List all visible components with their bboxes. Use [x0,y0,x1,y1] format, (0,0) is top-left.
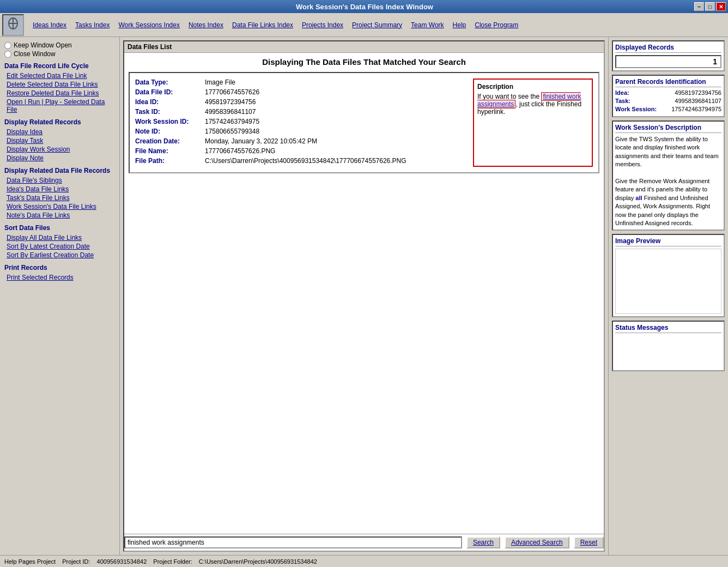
statusbar: Help Pages Project Project ID: 400956931… [0,555,728,567]
work-session-desc-text: Give the TWS System the ability to locat… [615,135,721,227]
status-project: Help Pages Project [4,558,56,565]
parent-task-label: Task: [615,98,630,104]
window-mode-group: Keep Window Open Close Window [4,41,115,58]
note-id-row: Note ID: 175806655799348 [135,128,464,135]
close-window-radio[interactable]: Close Window [4,50,115,58]
parent-task-row: Task: 49958396841107 [615,98,721,104]
image-preview-box [615,249,721,314]
data-file-id-value: 177706674557626 [205,88,259,96]
sidebar: Keep Window Open Close Window Data File … [0,37,120,555]
description-content: If you want to see the finished work ass… [477,93,589,116]
search-button[interactable]: Search [466,536,500,548]
image-preview-title: Image Preview [615,237,721,246]
list-title: Data Files List [124,41,604,53]
idea-id-value: 49581972394756 [205,98,256,106]
menu-team-work[interactable]: Team Work [407,20,448,30]
status-project-folder-label: Project Folder: [153,558,192,565]
data-type-label: Data Type: [135,79,201,86]
menu-notes-index[interactable]: Notes Index [184,20,228,30]
description-text-before: If you want to see the [477,93,541,100]
app-logo [2,14,24,36]
list-heading: Displaying The Data Files That Matched Y… [129,57,599,67]
menu-project-summary[interactable]: Project Summary [348,20,407,30]
description-box: Description If you want to see the finis… [473,79,593,167]
print-section-title: Print Records [4,264,115,272]
status-project-id-label: Project ID: [62,558,90,565]
status-messages-box [615,335,721,368]
sort-section-title: Sort Data Files [4,224,115,232]
menu-help[interactable]: Help [448,20,471,30]
idea-id-row: Idea ID: 49581972394756 [135,98,464,106]
idea-data-file-links[interactable]: Idea's Data File Links [4,185,115,194]
keep-window-open-radio[interactable]: Keep Window Open [4,41,115,49]
displayed-records-title: Displayed Records [615,44,721,53]
creation-date-row: Creation Date: Monday, January 3, 2022 1… [135,137,464,145]
file-name-value: 177706674557626.PNG [205,147,275,155]
open-data-file[interactable]: Open | Run | Play - Selected Data File [4,98,115,114]
displayed-records-section: Displayed Records 1 [612,40,725,71]
work-session-id-label: Work Session ID: [135,118,201,125]
right-panel: Displayed Records 1 Parent Records Ident… [608,37,728,555]
display-work-session-link[interactable]: Display Work Session [4,145,115,154]
delete-data-file-links[interactable]: Delete Selected Data File Links [4,80,115,89]
task-id-value: 49958396841107 [205,108,256,116]
displayed-records-value: 1 [615,55,721,68]
menu-projects-index[interactable]: Projects Index [298,20,348,30]
task-id-label: Task ID: [135,108,201,116]
menu-ideas-index[interactable]: Ideas Index [28,20,71,30]
edit-data-file-link[interactable]: Edit Selected Data File Link [4,71,115,80]
window-title: Work Session's Data Files Index Window [35,3,694,11]
search-bar: Search Advanced Search Reset [124,534,604,551]
sort-earliest-link[interactable]: Sort By Earliest Creation Date [4,251,115,260]
parent-idea-row: Idea: 49581972394756 [615,89,721,96]
menu-work-sessions-index[interactable]: Work Sessions Index [114,20,184,30]
close-button[interactable]: ✕ [716,2,726,11]
display-task-link[interactable]: Display Task [4,136,115,145]
parent-task-value: 49958396841107 [675,98,721,104]
work-session-data-file-links[interactable]: Work Session's Data File Links [4,202,115,211]
creation-date-label: Creation Date: [135,137,201,145]
menu-tasks-index[interactable]: Tasks Index [71,20,114,30]
data-type-row: Data Type: Image File [135,79,464,86]
data-type-value: Image File [205,79,235,86]
menu-data-file-links-index[interactable]: Data File Links Index [228,20,298,30]
menu-close-program[interactable]: Close Program [470,20,523,30]
status-messages-title: Status Messages [615,324,721,333]
parent-idea-value: 49581972394756 [675,89,721,96]
work-session-id-value: 175742463794975 [205,118,259,125]
close-window-label: Close Window [14,50,56,58]
related-data-section-title: Display Related Data File Records [4,167,115,174]
work-session-desc-section: Work Session's Description Give the TWS … [612,120,725,231]
search-input[interactable] [124,536,462,548]
display-idea-link[interactable]: Display Idea [4,128,115,136]
main-container: Keep Window Open Close Window Data File … [0,37,728,555]
note-id-label: Note ID: [135,128,201,135]
status-project-folder-value: C:\Users\Darren\Projects\400956931534842 [199,558,317,565]
data-file-id-row: Data File ID: 177706674557626 [135,88,464,96]
task-data-file-links[interactable]: Task's Data File Links [4,194,115,202]
file-path-row: File Path: C:\Users\Darren\Projects\4009… [135,157,464,165]
display-note-link[interactable]: Display Note [4,154,115,162]
keep-window-open-label: Keep Window Open [14,41,72,49]
image-preview-section: Image Preview [612,234,725,317]
reset-button[interactable]: Reset [574,536,604,548]
restore-data-file-links[interactable]: Restore Deleted Data File Links [4,89,115,98]
print-selected-link[interactable]: Print Selected Records [4,273,115,282]
parent-records-section: Parent Records Identification Idea: 4958… [612,75,725,117]
maximize-button[interactable]: □ [705,2,715,11]
content-area: Data Files List Displaying The Data File… [120,37,608,555]
note-data-file-links[interactable]: Note's Data File Links [4,211,115,220]
advanced-search-button[interactable]: Advanced Search [505,536,569,548]
parent-work-session-row: Work Session: 175742463794975 [615,106,721,112]
minimize-button[interactable]: – [694,2,704,11]
parent-work-session-value: 175742463794975 [671,106,721,112]
data-file-siblings-link[interactable]: Data File's Siblings [4,176,115,185]
titlebar: Work Session's Data Files Index Window –… [0,0,728,13]
display-all-link[interactable]: Display All Data File Links [4,233,115,242]
window-controls: – □ ✕ [694,2,726,11]
description-title: Description [477,83,589,91]
sort-latest-link[interactable]: Sort By Latest Creation Date [4,242,115,251]
file-name-row: File Name: 177706674557626.PNG [135,147,464,155]
idea-id-label: Idea ID: [135,98,201,106]
parent-work-session-label: Work Session: [615,106,657,112]
